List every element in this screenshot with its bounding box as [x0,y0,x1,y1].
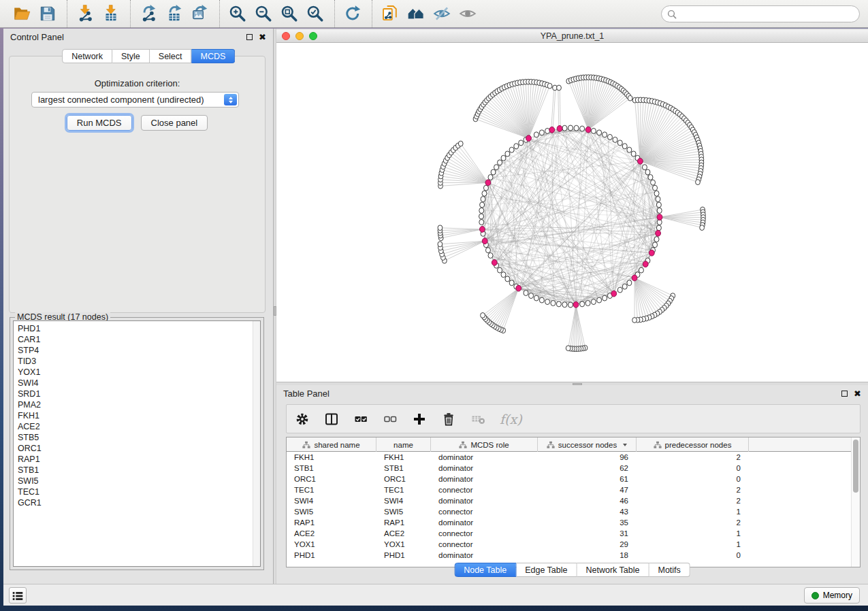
network-node[interactable] [657,208,662,213]
mcds-hub-node[interactable] [657,214,662,220]
network-node[interactable] [648,175,653,180]
network-node[interactable] [617,140,622,146]
mcds-result-item[interactable]: PMA2 [18,399,260,410]
leaf-node[interactable] [481,313,485,318]
network-node[interactable] [505,151,510,156]
close-panel-button[interactable]: Close panel [141,115,208,131]
mcds-result-item[interactable]: FKH1 [18,410,260,421]
mcds-hub-node[interactable] [632,275,637,281]
mcds-hub-node[interactable] [526,135,532,142]
network-node[interactable] [642,165,647,170]
zoom-fit-button[interactable] [278,2,302,25]
network-node[interactable] [485,248,490,253]
mcds-result-item[interactable]: ORC1 [18,443,260,454]
network-view[interactable] [276,43,868,381]
network-node[interactable] [481,197,485,202]
tab-node-table[interactable]: Node Table [454,563,516,577]
network-node[interactable] [524,291,528,296]
network-node[interactable] [627,280,632,286]
network-node[interactable] [602,295,607,301]
mcds-result-item[interactable]: YOX1 [18,367,260,378]
select-all-button[interactable] [352,410,370,428]
table-row[interactable]: PHD1PHD1dominator180 [287,550,851,561]
mcds-result-item[interactable]: CAR1 [18,334,260,345]
network-node[interactable] [654,191,659,196]
mcds-result-item[interactable]: SWI4 [18,378,260,389]
column-settings-button[interactable] [293,410,311,428]
leaf-node[interactable] [566,346,570,351]
network-node[interactable] [653,242,658,248]
network-node[interactable] [622,144,627,149]
network-node[interactable] [488,175,493,180]
split-panel-button[interactable] [323,410,340,428]
leaf-node[interactable] [700,225,705,231]
network-node[interactable] [597,297,602,303]
network-node[interactable] [653,185,658,191]
network-node[interactable] [488,252,493,258]
network-node[interactable] [534,295,539,301]
table-row[interactable]: ORC1ORC1dominator610 [287,474,851,484]
column-header-successor-nodes[interactable]: successor nodes [538,437,637,452]
network-node[interactable] [639,267,643,273]
network-node[interactable] [607,134,612,139]
add-column-button[interactable] [411,410,428,428]
mcds-hub-node[interactable] [492,260,497,266]
network-node[interactable] [480,202,485,208]
home-button[interactable] [404,2,429,25]
mcds-hub-node[interactable] [637,158,643,164]
network-node[interactable] [483,185,488,191]
mcds-hub-node[interactable] [516,285,521,291]
network-node[interactable] [654,237,659,242]
network-node[interactable] [498,160,502,165]
zoom-in-button[interactable] [226,2,251,25]
table-row[interactable]: STB1STB1dominator620 [287,463,851,474]
mcds-hub-node[interactable] [611,291,617,297]
network-node[interactable] [479,220,484,225]
network-node[interactable] [591,128,596,133]
mcds-result-item[interactable]: ACE2 [18,421,260,432]
mcds-result-item[interactable]: RAP1 [18,454,260,465]
network-node[interactable] [519,140,524,146]
table-row[interactable]: YOX1YOX1connector291 [287,539,851,550]
network-node[interactable] [591,299,596,305]
network-node[interactable] [627,147,632,152]
import-table-button[interactable] [99,2,124,25]
run-mcds-button[interactable]: Run MCDS [67,115,132,131]
network-node[interactable] [501,155,506,161]
function-builder-button[interactable]: f(x) [498,410,524,428]
network-node[interactable] [631,151,636,156]
network-node[interactable] [491,169,496,175]
column-header-MCDS-role[interactable]: MCDS role [431,437,538,452]
export-table-button[interactable] [163,2,187,25]
network-node[interactable] [651,180,656,185]
tab-select[interactable]: Select [150,49,192,63]
delete-column-button[interactable] [440,410,457,428]
network-node[interactable] [509,147,514,152]
table-row[interactable]: SWI4SWI4dominator462 [287,495,851,506]
tab-motifs[interactable]: Motifs [649,563,690,577]
network-node[interactable] [597,130,602,135]
network-node[interactable] [509,280,514,286]
mcds-result-item[interactable]: TID3 [18,356,260,367]
float-table-panel-icon[interactable] [841,391,848,397]
table-row[interactable]: RAP1RAP1dominator352 [287,517,851,528]
mcds-result-item[interactable]: TEC1 [18,486,260,497]
mcds-hub-node[interactable] [656,230,661,236]
mcds-result-item[interactable]: STP4 [18,345,260,356]
network-node[interactable] [482,191,487,196]
mcds-list-scrollbar[interactable] [253,321,260,566]
mcds-hub-node[interactable] [573,301,579,308]
scrollbar-thumb[interactable] [853,440,858,493]
leaf-node[interactable] [438,242,443,247]
task-history-button[interactable] [9,587,27,604]
network-node[interactable] [494,165,499,170]
float-panel-icon[interactable] [246,34,253,40]
leaf-node[interactable] [696,180,701,185]
memory-button[interactable]: Memory [804,587,860,604]
table-row[interactable]: SWI5SWI5connector431 [287,506,851,517]
open-session-button[interactable] [10,2,35,25]
zoom-out-button[interactable] [252,2,276,25]
mcds-result-item[interactable]: SRD1 [18,389,260,399]
network-node[interactable] [545,299,550,305]
network-node[interactable] [645,169,650,175]
